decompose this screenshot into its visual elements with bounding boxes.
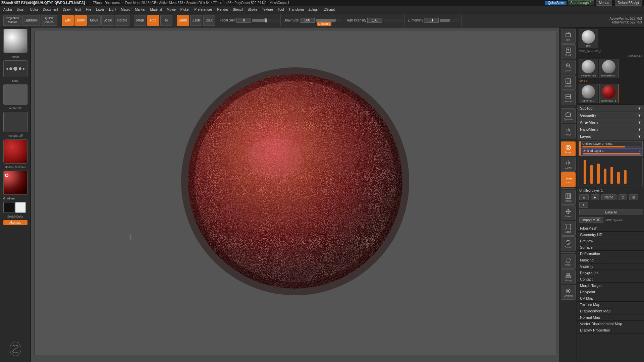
- default-zscript-button[interactable]: DefaultZScript: [615, 0, 642, 6]
- arraymesh-header[interactable]: ArrayMesh ▼: [577, 119, 644, 126]
- quicksave-button[interactable]: QuickSave: [545, 1, 567, 5]
- menu-transform[interactable]: Transform: [286, 7, 306, 12]
- move-button[interactable]: Move: [88, 15, 100, 26]
- alternate-button[interactable]: Alternate: [3, 220, 28, 225]
- menu-picker[interactable]: Picker: [178, 7, 192, 12]
- tool-xyz[interactable]: XYZ XYZ: [561, 172, 576, 187]
- displacement-map-item[interactable]: Displacement Map: [577, 308, 644, 314]
- brush-preset-brill[interactable]: Brill: [579, 29, 598, 48]
- draw-size-value[interactable]: 500: [300, 18, 315, 23]
- tool-stomp[interactable]: Stomp: [561, 269, 576, 284]
- tool-sculpt[interactable]: Sculpt: [561, 141, 576, 156]
- rgb-intensity-value[interactable]: 100: [367, 18, 382, 23]
- tool-floor[interactable]: Floor: [561, 124, 576, 138]
- menu-movie[interactable]: Movie: [165, 7, 178, 12]
- layer-icon-3[interactable]: ✦: [579, 202, 588, 208]
- fibermesh-item[interactable]: FiberMesh: [577, 225, 644, 232]
- menu-zscript[interactable]: ZScript: [322, 7, 337, 12]
- texture-box[interactable]: [3, 112, 28, 132]
- zsut-button[interactable]: Zsut: [203, 15, 215, 26]
- display-properties-item[interactable]: Display Properties: [577, 327, 644, 334]
- dots-preview[interactable]: [3, 60, 28, 77]
- focal-shift-value[interactable]: 0: [236, 18, 251, 23]
- projection-master-button[interactable]: Projection Master: [3, 15, 21, 26]
- tool-aahalf[interactable]: AAHalf: [561, 90, 576, 105]
- masking-item[interactable]: Masking: [577, 257, 644, 263]
- morph-target-item[interactable]: Morph Target: [577, 283, 644, 289]
- polygroups-item[interactable]: Polygroups: [577, 270, 644, 276]
- menu-brush[interactable]: Brush: [15, 7, 28, 12]
- menu-render[interactable]: Render: [215, 7, 230, 12]
- menu-light[interactable]: Light: [107, 7, 118, 12]
- swatch-black[interactable]: [3, 202, 14, 213]
- m-button[interactable]: M: [160, 15, 172, 26]
- edit-button[interactable]: Edit: [62, 15, 74, 26]
- tool-brill[interactable]: Brill: [561, 29, 576, 44]
- layer-up-button[interactable]: ▲: [579, 194, 589, 200]
- canvas-area[interactable]: [31, 27, 559, 362]
- bake-all-button[interactable]: Bake All: [579, 209, 643, 215]
- draw-button[interactable]: Draw: [74, 15, 87, 26]
- menu-stroke[interactable]: Stroke: [246, 7, 259, 12]
- deformation-item[interactable]: Deformation: [577, 251, 644, 257]
- import-mdd-button[interactable]: Import MDD: [579, 217, 603, 223]
- quick-sketch-button[interactable]: Quick Sketch: [41, 15, 57, 26]
- polypaint-item[interactable]: Polypaint: [577, 289, 644, 295]
- menu-alpha[interactable]: Alpha: [1, 7, 14, 12]
- nanomesh-header[interactable]: NanoMesh ▼: [577, 126, 644, 133]
- color-spectrum[interactable]: [3, 171, 28, 195]
- normal-map-item[interactable]: Normal Map: [577, 314, 644, 321]
- geometry-hd-item[interactable]: Geometry HD: [577, 232, 644, 238]
- layer-name-button[interactable]: Name: [601, 194, 616, 200]
- layer-icon-2[interactable]: ⊞: [629, 194, 638, 200]
- menu-draw[interactable]: Draw: [61, 7, 72, 12]
- menus-button[interactable]: Menus: [596, 0, 612, 6]
- menu-stencil[interactable]: Stencil: [231, 7, 245, 12]
- layer-1-row[interactable]: Untitled Layer 1 1: [579, 148, 642, 156]
- uv-map-item[interactable]: UV Map: [577, 295, 644, 302]
- z-intensity-value[interactable]: 51: [424, 18, 439, 23]
- rotate-button[interactable]: Rotate: [115, 15, 129, 26]
- tool-actual[interactable]: 1:1 Actual: [561, 75, 576, 90]
- menu-edit[interactable]: Edit: [73, 7, 83, 12]
- surface-item[interactable]: Surface: [577, 244, 644, 251]
- color-picker[interactable]: [3, 171, 28, 195]
- tool-frame[interactable]: Frame: [561, 190, 576, 205]
- scale-button[interactable]: Scale: [101, 15, 114, 26]
- dynamic-button[interactable]: Dynamic: [317, 22, 331, 26]
- menu-marker[interactable]: Marker: [133, 7, 147, 12]
- layer-icon-1[interactable]: ⊡: [619, 194, 627, 200]
- menu-macro[interactable]: Macro: [119, 7, 132, 12]
- alpha-box[interactable]: [3, 84, 28, 105]
- menu-tool[interactable]: Tool: [276, 7, 286, 12]
- tool-dynamic-persp[interactable]: Dynamic: [561, 108, 576, 123]
- vector-displacement-map-item[interactable]: Vector Displacement Map: [577, 321, 644, 327]
- tool-dynamic-solo[interactable]: Dynamic: [561, 285, 576, 300]
- tool-scroll[interactable]: Scroll: [561, 44, 576, 59]
- menu-preferences[interactable]: Preferences: [193, 7, 215, 12]
- zsub-button[interactable]: Zsub: [190, 15, 202, 26]
- visibility-item[interactable]: Visibility: [577, 263, 644, 270]
- preview-item[interactable]: Preview: [577, 238, 644, 244]
- brush-sphere3d-1[interactable]: Sphere3D_1: [599, 84, 619, 103]
- layer-right-button[interactable]: ▶: [591, 194, 599, 200]
- mrgb-button[interactable]: Mrgb: [134, 15, 146, 26]
- layers-header[interactable]: Layers ▼: [577, 133, 644, 140]
- menu-material[interactable]: Material: [148, 7, 164, 12]
- menu-zplugin[interactable]: Zplugin: [307, 7, 322, 12]
- tool-lsym[interactable]: L.Sym: [561, 157, 576, 172]
- menu-layer[interactable]: Layer: [94, 7, 106, 12]
- tool-polyf[interactable]: PolyF: [561, 254, 576, 269]
- menu-file[interactable]: File: [84, 7, 93, 12]
- tool-zoom[interactable]: Zoom: [561, 60, 576, 74]
- swatch-white[interactable]: [15, 202, 26, 213]
- subtool-header[interactable]: SubTool ▼: [577, 105, 644, 112]
- lightbox-button[interactable]: LightBox: [22, 15, 40, 26]
- brush-eraser[interactable]: EraserBrush: [599, 59, 619, 78]
- layer-0-row[interactable]: Untitled Layer 0.73451: [579, 141, 642, 148]
- tool-rotate[interactable]: Rotate: [561, 236, 576, 251]
- geometry-header[interactable]: Geometry ▼: [577, 112, 644, 119]
- brush-sphere3d[interactable]: Sphere3D: [579, 84, 598, 103]
- brush-preview[interactable]: [3, 29, 28, 53]
- rgb-button[interactable]: Rgb: [147, 15, 159, 26]
